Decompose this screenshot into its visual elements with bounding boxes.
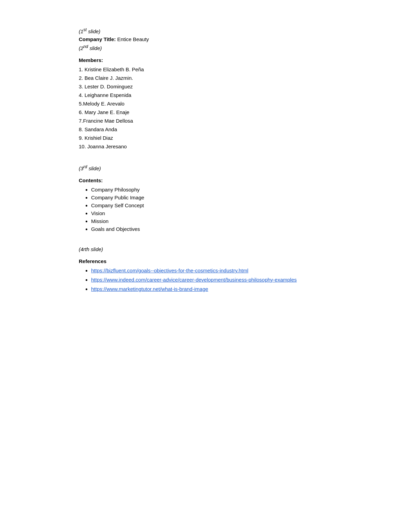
member-4: 4. Leighanne Espenida bbox=[79, 92, 332, 98]
slide3-label-text: (3rd slide) bbox=[79, 165, 101, 171]
slide1-label-text: (1st slide) bbox=[79, 28, 100, 34]
members-list: 1. Kristine Elizabeth B. Peña 2. Bea Cla… bbox=[79, 66, 332, 149]
content-item-5: Mission bbox=[91, 218, 332, 224]
member-5: 5.Melody E. Arevalo bbox=[79, 101, 332, 107]
member-8: 8. Sandara Anda bbox=[79, 126, 332, 132]
references-list: https://bizfluent.com/goals--objectives-… bbox=[79, 268, 332, 292]
slide4-label: (4rth slide) bbox=[79, 246, 332, 252]
reference-2-link[interactable]: https://www.indeed.com/career-advice/car… bbox=[91, 277, 297, 283]
reference-2: https://www.indeed.com/career-advice/car… bbox=[91, 277, 332, 283]
reference-1: https://bizfluent.com/goals--objectives-… bbox=[91, 268, 332, 273]
company-title-line: Company Title: Entice Beauty bbox=[79, 36, 332, 42]
member-2: 2. Bea Claire J. Jazmin. bbox=[79, 75, 332, 81]
company-title-bold: Company Title: bbox=[79, 36, 116, 42]
reference-3: https://www.marketingtutor.net/what-is-b… bbox=[91, 286, 332, 292]
slide2-label-text: (2nd slide) bbox=[79, 45, 102, 51]
company-title-value: Entice Beauty bbox=[116, 36, 149, 42]
content-item-4: Vision bbox=[91, 210, 332, 216]
member-10: 10. Joanna Jeresano bbox=[79, 144, 332, 149]
member-9: 9. Krishiel Diaz bbox=[79, 135, 332, 141]
content-item-3: Company Self Concept bbox=[91, 202, 332, 208]
member-6: 6. Mary Jane E. Enaje bbox=[79, 109, 332, 115]
contents-list: Company Philosophy Company Public Image … bbox=[79, 187, 332, 232]
reference-1-link[interactable]: https://bizfluent.com/goals--objectives-… bbox=[91, 268, 248, 273]
slide3-label: (3rd slide) bbox=[79, 164, 332, 171]
reference-3-link[interactable]: https://www.marketingtutor.net/what-is-b… bbox=[91, 286, 208, 292]
content-item-6: Goals and Objectives bbox=[91, 226, 332, 232]
member-3: 3. Lester D. Dominguez bbox=[79, 84, 332, 89]
contents-heading: Contents: bbox=[79, 177, 332, 183]
slide1-label: (1st slide) bbox=[79, 27, 332, 34]
slide2-label: (2nd slide) bbox=[79, 44, 332, 51]
member-7: 7.Francine Mae Dellosa bbox=[79, 118, 332, 124]
content-item-2: Company Public Image bbox=[91, 195, 332, 200]
member-1: 1. Kristine Elizabeth B. Peña bbox=[79, 66, 332, 72]
page-content: (1st slide) Company Title: Entice Beauty… bbox=[58, 0, 353, 323]
content-item-1: Company Philosophy bbox=[91, 187, 332, 193]
references-heading: References bbox=[79, 258, 332, 264]
members-heading: Members: bbox=[79, 57, 332, 63]
